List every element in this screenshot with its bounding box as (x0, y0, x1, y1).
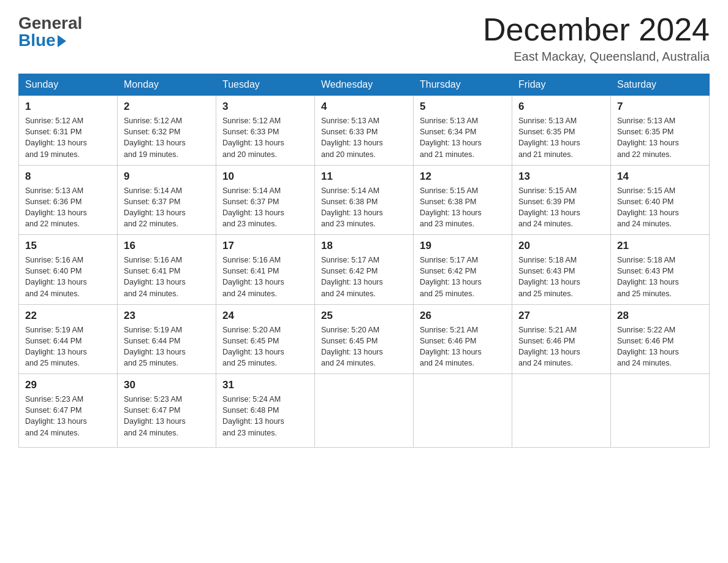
day-info: Sunrise: 5:21 AMSunset: 6:46 PMDaylight:… (420, 326, 482, 367)
day-number: 12 (420, 170, 506, 183)
day-info: Sunrise: 5:18 AMSunset: 6:43 PMDaylight:… (518, 256, 580, 297)
day-info: Sunrise: 5:17 AMSunset: 6:42 PMDaylight:… (420, 256, 482, 297)
weekday-header-wednesday: Wednesday (315, 74, 414, 96)
calendar-day-cell: 3 Sunrise: 5:12 AMSunset: 6:33 PMDayligh… (216, 96, 315, 166)
logo-blue: Blue (18, 32, 56, 49)
calendar-week-row: 1 Sunrise: 5:12 AMSunset: 6:31 PMDayligh… (19, 96, 710, 166)
page-header: General Blue December 2024 East Mackay, … (18, 12, 710, 64)
day-number: 5 (420, 101, 506, 113)
day-number: 4 (321, 101, 407, 113)
calendar-day-cell: 10 Sunrise: 5:14 AMSunset: 6:37 PMDaylig… (216, 165, 315, 235)
calendar-day-cell: 4 Sunrise: 5:13 AMSunset: 6:33 PMDayligh… (315, 96, 414, 166)
calendar-day-cell: 22 Sunrise: 5:19 AMSunset: 6:44 PMDaylig… (19, 304, 118, 374)
day-number: 13 (518, 170, 604, 183)
calendar-week-row: 8 Sunrise: 5:13 AMSunset: 6:36 PMDayligh… (19, 165, 710, 235)
calendar-day-cell: 1 Sunrise: 5:12 AMSunset: 6:31 PMDayligh… (19, 96, 118, 166)
calendar-day-cell: 16 Sunrise: 5:16 AMSunset: 6:41 PMDaylig… (118, 235, 216, 305)
day-info: Sunrise: 5:19 AMSunset: 6:44 PMDaylight:… (25, 326, 87, 367)
day-number: 7 (617, 101, 703, 113)
weekday-header-thursday: Thursday (414, 74, 512, 96)
calendar-day-cell: 29 Sunrise: 5:23 AMSunset: 6:47 PMDaylig… (19, 374, 118, 448)
day-info: Sunrise: 5:20 AMSunset: 6:45 PMDaylight:… (222, 326, 284, 367)
day-number: 22 (25, 310, 111, 322)
day-number: 25 (321, 310, 407, 322)
calendar-day-cell: 5 Sunrise: 5:13 AMSunset: 6:34 PMDayligh… (414, 96, 512, 166)
logo: General Blue (18, 12, 82, 49)
day-number: 19 (420, 240, 506, 252)
day-number: 2 (124, 101, 210, 113)
day-info: Sunrise: 5:13 AMSunset: 6:33 PMDaylight:… (321, 117, 383, 158)
calendar-table: SundayMondayTuesdayWednesdayThursdayFrid… (18, 74, 710, 448)
empty-cell (315, 374, 414, 448)
weekday-header-tuesday: Tuesday (216, 74, 315, 96)
calendar-day-cell: 20 Sunrise: 5:18 AMSunset: 6:43 PMDaylig… (512, 235, 611, 305)
day-info: Sunrise: 5:13 AMSunset: 6:35 PMDaylight:… (518, 117, 580, 158)
day-info: Sunrise: 5:13 AMSunset: 6:36 PMDaylight:… (25, 186, 87, 228)
day-number: 27 (518, 310, 604, 322)
empty-cell (512, 374, 611, 448)
calendar-day-cell: 31 Sunrise: 5:24 AMSunset: 6:48 PMDaylig… (216, 374, 315, 448)
calendar-day-cell: 18 Sunrise: 5:17 AMSunset: 6:42 PMDaylig… (315, 235, 414, 305)
day-number: 14 (617, 170, 703, 183)
calendar-day-cell: 14 Sunrise: 5:15 AMSunset: 6:40 PMDaylig… (611, 165, 710, 235)
calendar-week-row: 15 Sunrise: 5:16 AMSunset: 6:40 PMDaylig… (19, 235, 710, 305)
day-info: Sunrise: 5:22 AMSunset: 6:46 PMDaylight:… (617, 326, 679, 367)
calendar-day-cell: 21 Sunrise: 5:18 AMSunset: 6:43 PMDaylig… (611, 235, 710, 305)
day-number: 1 (25, 101, 111, 113)
day-number: 31 (222, 379, 308, 391)
calendar-day-cell: 27 Sunrise: 5:21 AMSunset: 6:46 PMDaylig… (512, 304, 611, 374)
empty-cell (611, 374, 710, 448)
day-info: Sunrise: 5:19 AMSunset: 6:44 PMDaylight:… (124, 326, 186, 367)
calendar-day-cell: 25 Sunrise: 5:20 AMSunset: 6:45 PMDaylig… (315, 304, 414, 374)
day-info: Sunrise: 5:20 AMSunset: 6:45 PMDaylight:… (321, 326, 383, 367)
weekday-header-friday: Friday (512, 74, 611, 96)
weekday-header-monday: Monday (118, 74, 216, 96)
day-number: 20 (518, 240, 604, 252)
day-number: 10 (222, 170, 308, 183)
calendar-day-cell: 24 Sunrise: 5:20 AMSunset: 6:45 PMDaylig… (216, 304, 315, 374)
day-info: Sunrise: 5:16 AMSunset: 6:41 PMDaylight:… (124, 256, 186, 297)
calendar-week-row: 22 Sunrise: 5:19 AMSunset: 6:44 PMDaylig… (19, 304, 710, 374)
day-number: 26 (420, 310, 506, 322)
calendar-day-cell: 30 Sunrise: 5:23 AMSunset: 6:47 PMDaylig… (118, 374, 216, 448)
calendar-day-cell: 23 Sunrise: 5:19 AMSunset: 6:44 PMDaylig… (118, 304, 216, 374)
title-block: December 2024 East Mackay, Queensland, A… (483, 12, 710, 64)
day-number: 28 (617, 310, 703, 322)
day-number: 8 (25, 170, 111, 183)
month-title: December 2024 (483, 12, 710, 47)
day-info: Sunrise: 5:21 AMSunset: 6:46 PMDaylight:… (518, 326, 580, 367)
weekday-header-sunday: Sunday (19, 74, 118, 96)
calendar-day-cell: 28 Sunrise: 5:22 AMSunset: 6:46 PMDaylig… (611, 304, 710, 374)
day-info: Sunrise: 5:12 AMSunset: 6:33 PMDaylight:… (222, 117, 284, 158)
calendar-day-cell: 13 Sunrise: 5:15 AMSunset: 6:39 PMDaylig… (512, 165, 611, 235)
calendar-day-cell: 12 Sunrise: 5:15 AMSunset: 6:38 PMDaylig… (414, 165, 512, 235)
day-info: Sunrise: 5:12 AMSunset: 6:31 PMDaylight:… (25, 117, 87, 158)
day-number: 9 (124, 170, 210, 183)
day-info: Sunrise: 5:23 AMSunset: 6:47 PMDaylight:… (25, 395, 87, 437)
empty-cell (414, 374, 512, 448)
weekday-header-saturday: Saturday (611, 74, 710, 96)
day-number: 17 (222, 240, 308, 252)
day-info: Sunrise: 5:16 AMSunset: 6:41 PMDaylight:… (222, 256, 284, 297)
day-number: 6 (518, 101, 604, 113)
day-info: Sunrise: 5:16 AMSunset: 6:40 PMDaylight:… (25, 256, 87, 297)
calendar-day-cell: 9 Sunrise: 5:14 AMSunset: 6:37 PMDayligh… (118, 165, 216, 235)
day-number: 24 (222, 310, 308, 322)
calendar-day-cell: 6 Sunrise: 5:13 AMSunset: 6:35 PMDayligh… (512, 96, 611, 166)
day-info: Sunrise: 5:15 AMSunset: 6:38 PMDaylight:… (420, 186, 482, 228)
location-subtitle: East Mackay, Queensland, Australia (483, 50, 710, 64)
day-info: Sunrise: 5:15 AMSunset: 6:39 PMDaylight:… (518, 186, 580, 228)
weekday-header-row: SundayMondayTuesdayWednesdayThursdayFrid… (19, 74, 710, 96)
calendar-day-cell: 2 Sunrise: 5:12 AMSunset: 6:32 PMDayligh… (118, 96, 216, 166)
calendar-day-cell: 7 Sunrise: 5:13 AMSunset: 6:35 PMDayligh… (611, 96, 710, 166)
day-number: 23 (124, 310, 210, 322)
calendar-day-cell: 19 Sunrise: 5:17 AMSunset: 6:42 PMDaylig… (414, 235, 512, 305)
day-info: Sunrise: 5:14 AMSunset: 6:37 PMDaylight:… (124, 186, 186, 228)
day-number: 30 (124, 379, 210, 391)
day-number: 15 (25, 240, 111, 252)
day-info: Sunrise: 5:17 AMSunset: 6:42 PMDaylight:… (321, 256, 383, 297)
day-info: Sunrise: 5:12 AMSunset: 6:32 PMDaylight:… (124, 117, 186, 158)
day-number: 18 (321, 240, 407, 252)
day-number: 16 (124, 240, 210, 252)
day-number: 3 (222, 101, 308, 113)
